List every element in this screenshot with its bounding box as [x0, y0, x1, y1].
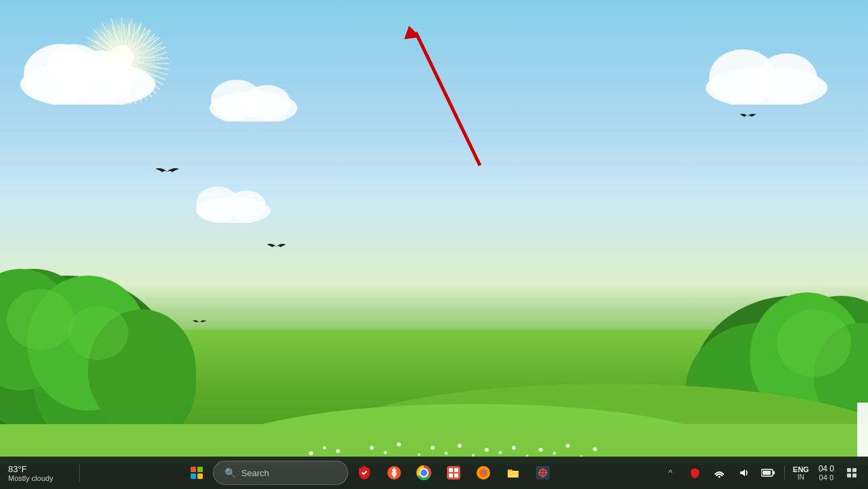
bird-3	[740, 111, 756, 124]
chrome-icon	[416, 465, 431, 480]
overflow-arrow-icon: ^	[669, 468, 673, 478]
firefox-icon	[476, 465, 491, 480]
svg-point-48	[7, 289, 74, 350]
svg-point-75	[593, 447, 597, 451]
tray-notification-center[interactable]	[841, 462, 863, 484]
svg-rect-84	[449, 468, 453, 472]
taskbar-app-2[interactable]	[529, 459, 556, 486]
start-button[interactable]	[183, 459, 210, 486]
tray-security-icon[interactable]	[684, 462, 706, 484]
taskbar: 83°F Mostly cloudy 🔍 Search	[0, 457, 868, 489]
svg-rect-101	[852, 473, 857, 478]
tray-overflow-button[interactable]: ^	[660, 462, 681, 484]
language-top: ENG	[793, 465, 809, 473]
windows-logo	[191, 467, 203, 479]
svg-rect-99	[852, 468, 857, 472]
cloud-3	[699, 44, 834, 107]
svg-point-61	[397, 442, 401, 446]
svg-rect-100	[847, 473, 851, 478]
svg-point-77	[323, 446, 327, 450]
weather-description: Mostly cloudy	[8, 474, 71, 482]
network-icon	[714, 467, 725, 478]
tray-divider	[784, 466, 785, 480]
svg-point-59	[370, 446, 374, 450]
svg-rect-86	[449, 473, 453, 478]
app1-icon	[446, 465, 461, 480]
svg-rect-83	[447, 466, 460, 480]
cloud-4	[189, 182, 277, 226]
clock-time: 04 0	[819, 464, 834, 473]
language-bottom: IN	[798, 473, 804, 481]
svg-rect-85	[454, 468, 458, 472]
svg-point-36	[756, 53, 817, 105]
app2-icon	[535, 465, 550, 480]
taskbar-app-brave[interactable]	[381, 459, 408, 486]
svg-point-67	[485, 448, 489, 452]
svg-rect-97	[763, 471, 771, 475]
svg-point-73	[566, 444, 570, 448]
svg-rect-87	[454, 473, 458, 478]
svg-point-71	[539, 448, 543, 452]
svg-point-72	[553, 452, 556, 455]
taskbar-app-bitdefender[interactable]	[351, 459, 378, 486]
taskbar-app-files[interactable]	[500, 459, 527, 486]
svg-point-69	[512, 446, 516, 450]
cloud-2-svg	[203, 74, 304, 122]
tray-battery-icon[interactable]	[757, 462, 779, 484]
search-bar[interactable]: 🔍 Search	[213, 461, 348, 485]
svg-rect-96	[773, 471, 775, 475]
svg-point-76	[336, 449, 340, 453]
tray-language-indicator[interactable]: ENG IN	[790, 465, 812, 481]
security-shield-icon	[690, 467, 700, 478]
brave-icon	[387, 465, 402, 480]
cloud-4-svg	[189, 182, 277, 223]
bird-3-svg	[740, 112, 756, 121]
svg-point-68	[499, 451, 502, 455]
taskbar-app-firefox[interactable]	[470, 459, 497, 486]
svg-point-63	[431, 446, 435, 450]
svg-point-78	[309, 451, 313, 455]
weather-temperature: 83°F	[8, 464, 71, 474]
bird-1	[155, 165, 179, 180]
svg-point-60	[384, 451, 387, 455]
svg-marker-81	[404, 26, 420, 39]
files-icon	[506, 465, 521, 480]
taskbar-app-1[interactable]	[440, 459, 467, 486]
red-arrow-svg	[399, 20, 487, 176]
svg-point-39	[228, 190, 266, 220]
cloud-1-svg	[14, 37, 162, 105]
svg-point-64	[445, 452, 448, 455]
svg-point-33	[243, 85, 291, 120]
tray-clock[interactable]: 04 0 04 0	[815, 464, 838, 482]
svg-line-80	[416, 32, 480, 165]
taskbar-app-chrome[interactable]	[410, 459, 437, 486]
cloud-3-svg	[699, 44, 834, 105]
bird-1-svg	[155, 165, 179, 178]
tray-volume-icon[interactable]	[733, 462, 754, 484]
search-icon: 🔍	[224, 467, 236, 478]
svg-point-62	[418, 453, 420, 456]
taskbar-weather-widget[interactable]: 83°F Mostly cloudy	[5, 464, 80, 482]
svg-point-65	[458, 444, 462, 448]
corner-widget	[857, 403, 868, 457]
svg-rect-98	[847, 468, 851, 472]
red-arrow	[399, 20, 487, 178]
hills-svg	[0, 343, 868, 465]
notification-center-icon	[847, 468, 857, 478]
bitdefender-icon	[357, 465, 372, 480]
taskbar-center: 🔍 Search	[85, 459, 654, 486]
system-tray: ^	[654, 462, 863, 484]
cloud-1	[14, 37, 162, 107]
cloud-2	[203, 74, 304, 124]
volume-icon	[738, 467, 749, 478]
svg-point-30	[47, 44, 101, 91]
battery-icon	[761, 469, 775, 477]
desktop: 83°F Mostly cloudy 🔍 Search	[0, 0, 868, 489]
rolling-hills	[0, 343, 868, 465]
search-label: Search	[241, 468, 269, 478]
clock-date: 04 0	[819, 473, 834, 482]
svg-point-94	[718, 476, 720, 478]
tray-network-icon[interactable]	[708, 462, 730, 484]
